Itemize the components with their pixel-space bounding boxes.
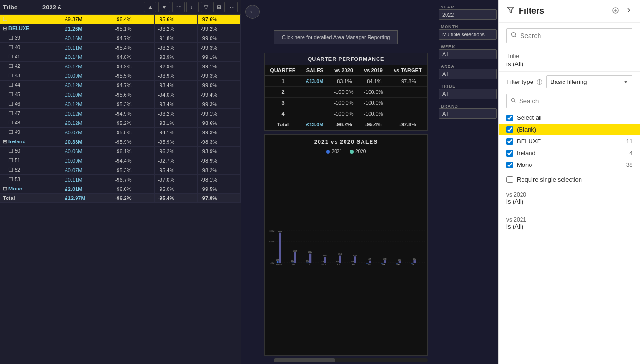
tribe-cell: ☐40 <box>0 43 62 52</box>
pct2-cell: -93.4% <box>155 99 198 109</box>
bar-x-label: SELF <box>321 264 326 266</box>
tribe-cell: ☐39 <box>0 33 62 43</box>
filter-type-value: Basic filtering <box>550 78 587 85</box>
qt-cell: -84.1% <box>359 76 388 87</box>
table-row[interactable]: ⊞ BELUXE£1.26M-95.1%-93.2%-99.2% <box>0 24 241 33</box>
pct3-cell: -98.9% <box>198 156 241 165</box>
pct3-cell: -98.2% <box>198 165 241 175</box>
filter-option-checkbox[interactable] <box>506 126 513 133</box>
filter-option-row[interactable]: Ireland4 <box>499 147 640 159</box>
area-select[interactable]: All <box>439 69 497 79</box>
info-icon: i <box>537 79 542 85</box>
sort-desc-btn[interactable]: ▼ <box>158 2 170 12</box>
filter-option-row[interactable]: BELUXE11 <box>499 135 640 147</box>
pct1-cell: -96.1% <box>112 147 155 156</box>
filter-expand-icon[interactable] <box>612 7 619 16</box>
pct1-cell: -95.1% <box>112 24 155 33</box>
table-row[interactable]: ☐47£0.12M-94.9%-93.2%-99.1% <box>0 109 241 118</box>
month-select[interactable]: Multiple selections <box>439 29 497 40</box>
filter-chevron-right-icon[interactable] <box>625 7 632 16</box>
table-row[interactable]: ⊞ Ireland£0.33M-95.9%-95.9%-98.3% <box>0 137 241 147</box>
table-row[interactable]: Total£12.97M-96.2%-95.4%-97.8% <box>0 194 241 203</box>
expand-btn[interactable]: ⊞ <box>213 2 225 12</box>
table-row[interactable]: ☐49£0.07M-95.8%-94.1%-99.3% <box>0 128 241 137</box>
tribe-select[interactable]: All <box>439 89 497 99</box>
table-row[interactable]: ☐52£0.07M-95.3%-95.4%-98.2% <box>0 165 241 175</box>
more-btn[interactable]: ··· <box>227 2 238 12</box>
select-all-row[interactable]: Select all <box>499 112 640 124</box>
sort-asc2-btn[interactable]: ↑↑ <box>172 2 185 12</box>
table-row[interactable]: ☐51£0.09M-94.4%-92.7%-98.9% <box>0 156 241 165</box>
sort-desc2-btn[interactable]: ↓↓ <box>186 2 199 12</box>
brand-select[interactable]: All <box>439 108 497 119</box>
require-single-checkbox[interactable] <box>506 176 513 183</box>
bar-2021 <box>292 263 294 263</box>
chevron-down-icon: ▼ <box>623 79 628 84</box>
filter-inner-search-input[interactable] <box>519 98 628 105</box>
table-row[interactable]: ☐50£0.06M-96.1%-96.2%-93.9% <box>0 147 241 156</box>
select-all-checkbox[interactable] <box>506 115 513 121</box>
quarter-table-title: QUARTER PERFORMANCE <box>265 53 427 65</box>
pct1-cell: -96.7% <box>112 175 155 184</box>
filter-type-row: Filter type i Basic filtering ▼ <box>499 72 640 92</box>
filter-option-row[interactable]: Mono38 <box>499 159 640 171</box>
svg-text:£50M: £50M <box>269 240 275 243</box>
filter-option-checkbox[interactable] <box>506 162 513 168</box>
table-row[interactable]: ⊞ Mono£2.01M-96.0%-95.0%-99.5% <box>0 184 241 194</box>
filter-funnel-icon <box>506 6 515 17</box>
table-row[interactable]: ☐48£0.12M-95.2%-93.1%-98.6% <box>0 118 241 128</box>
table-row[interactable]: ☐45£0.10M-95.6%-94.0%-99.4% <box>0 90 241 99</box>
filter-top-search[interactable] <box>506 28 632 43</box>
year-select[interactable]: 2022 <box>439 9 497 20</box>
pct2-cell: -92.9% <box>155 62 198 71</box>
pct2-cell: -93.1% <box>155 118 198 128</box>
filter-options-list: (Blank)BELUXE11Ireland4Mono38 <box>499 124 640 171</box>
pct3-cell: -99.1% <box>198 109 241 118</box>
table-row[interactable]: ☐53£0.11M-96.7%-97.0%-98.1% <box>0 175 241 184</box>
bar-chart: 2021 vs 2020 SALES 2021 2020 <box>264 134 428 356</box>
filter-option-count: 38 <box>626 162 632 168</box>
table-row[interactable]: ☐42£0.12M-94.9%-92.9%-99.1% <box>0 62 241 71</box>
bar-group: £1M£21MTFS <box>351 255 357 266</box>
tribe-cell: ⊞ BELUXE <box>0 24 62 33</box>
table-row[interactable]: ☐40£0.11M-95.4%-93.2%-99.3% <box>0 43 241 52</box>
week-select[interactable]: All <box>439 49 497 59</box>
table-row[interactable]: ☐43£0.09M-95.5%-93.9%-99.3% <box>0 71 241 81</box>
table-row[interactable]: ☐44£0.12M-94.7%-93.4%-99.0% <box>0 81 241 90</box>
sort-asc-btn[interactable]: ▲ <box>144 2 156 12</box>
qt-cell <box>301 108 329 119</box>
qt-cell: 1 <box>265 76 301 87</box>
area-manager-report-btn[interactable]: Click here for detailed Area Manager Rep… <box>274 30 398 44</box>
filter-search-input[interactable] <box>520 32 628 40</box>
chart-scrollbar[interactable] <box>274 358 428 362</box>
filter-type-label: Filter type i <box>506 78 542 85</box>
bar-2020 <box>339 256 341 263</box>
filter-type-select[interactable]: Basic filtering ▼ <box>546 75 632 88</box>
pct1-cell: -95.4% <box>112 43 155 52</box>
pct3-cell: -97.6% <box>198 15 241 24</box>
bar-2020 <box>369 261 371 263</box>
pct3-cell: -99.3% <box>198 128 241 137</box>
pct3-cell: -99.3% <box>198 99 241 109</box>
filter-btn[interactable]: ▽ <box>201 2 211 12</box>
filter-option-checkbox[interactable] <box>506 150 513 157</box>
table-row[interactable]: ☐41£0.14M-94.8%-92.9%-99.1% <box>0 52 241 62</box>
pct3-cell: -99.1% <box>198 52 241 62</box>
bar-2020 <box>354 256 356 263</box>
legend-2021: 2021 <box>326 149 342 154</box>
back-button[interactable]: ← <box>245 5 260 19</box>
table-row[interactable]: ☐£9.37M-96.4%-95.6%-97.6% <box>0 15 241 24</box>
filter-header-icons <box>612 7 632 16</box>
qt-cell: -100.0% <box>359 98 388 108</box>
table-row[interactable]: ☐39£0.16M-94.7%-91.8%-99.0% <box>0 33 241 43</box>
filter-inner-search[interactable] <box>506 94 632 108</box>
filter-option-checkbox[interactable] <box>506 138 513 145</box>
value-cell: £2.01M <box>62 184 112 194</box>
pct2-cell: -95.0% <box>155 184 198 194</box>
bar-2020 <box>413 260 416 263</box>
qt-cell: £13.0M <box>301 76 329 87</box>
table-row[interactable]: ☐46£0.12M-95.3%-93.4%-99.3% <box>0 99 241 109</box>
pct1-cell: -95.5% <box>112 71 155 81</box>
value-cell: £1.26M <box>62 24 112 33</box>
filter-option-row[interactable]: (Blank) <box>499 124 640 135</box>
